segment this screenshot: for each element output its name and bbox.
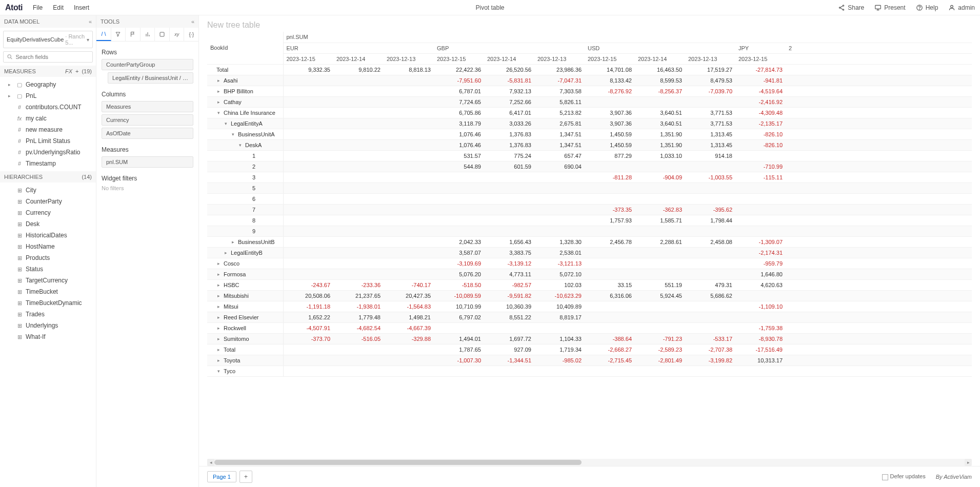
cell-value[interactable] xyxy=(384,150,434,161)
table-row[interactable]: ▸LegalEntityB3,587.073,383.752,538.01-2,… xyxy=(207,247,972,258)
cell-value[interactable] xyxy=(283,258,333,269)
table-row[interactable]: ▸Toyota-1,007.30-1,344.51-985.02-2,715.4… xyxy=(207,355,972,366)
cell-value[interactable]: 6,797.02 xyxy=(434,312,484,322)
cell-value[interactable] xyxy=(685,226,735,236)
cell-value[interactable]: -7,951.60 xyxy=(434,75,484,86)
cell-value[interactable]: -7,047.31 xyxy=(534,75,585,86)
cell-value[interactable]: 2,042.33 xyxy=(434,236,484,247)
cell-value[interactable]: 1,646.80 xyxy=(735,269,786,279)
tool-bars-icon[interactable] xyxy=(141,28,155,41)
cell-value[interactable]: 3,118.79 xyxy=(434,118,484,129)
table-row[interactable]: 7-373.35-362.83-395.62 xyxy=(207,204,972,215)
cell-value[interactable]: -2,707.38 xyxy=(685,344,735,355)
cell-value[interactable]: 2,288.61 xyxy=(635,236,685,247)
cell-value[interactable]: 6,787.01 xyxy=(434,86,484,96)
cell-value[interactable]: -516.05 xyxy=(333,333,384,344)
cell-value[interactable] xyxy=(585,366,635,376)
cell-value[interactable]: 102.03 xyxy=(534,279,585,290)
cell-value[interactable]: -17,516.49 xyxy=(735,344,786,355)
cell-value[interactable]: 1,347.51 xyxy=(534,129,585,139)
cell-value[interactable]: 1,719.34 xyxy=(534,344,585,355)
cell-value[interactable] xyxy=(735,226,786,236)
cell-value[interactable] xyxy=(384,204,434,215)
cell-value[interactable] xyxy=(685,301,735,312)
cell-value[interactable]: 20,508.06 xyxy=(283,290,333,301)
cell-value[interactable]: -941.81 xyxy=(735,75,786,86)
cell-value[interactable]: -2,135.17 xyxy=(735,118,786,129)
cell-value[interactable]: -4,507.91 xyxy=(283,322,333,333)
cell-value[interactable] xyxy=(333,269,384,279)
cell-value[interactable] xyxy=(635,366,685,376)
cell-value[interactable] xyxy=(283,107,333,118)
cell-value[interactable] xyxy=(333,193,384,204)
table-row[interactable]: ▾Tyco xyxy=(207,366,972,376)
cell-value[interactable]: 8,551.22 xyxy=(484,312,534,322)
cell-value[interactable]: -4,667.39 xyxy=(384,322,434,333)
cell-value[interactable]: 531.57 xyxy=(434,150,484,161)
cell-value[interactable] xyxy=(735,193,786,204)
caret-icon[interactable]: ▸ xyxy=(217,347,222,352)
cell-value[interactable]: 690.04 xyxy=(534,161,585,172)
cell-value[interactable] xyxy=(333,258,384,269)
cell-value[interactable] xyxy=(384,258,434,269)
cell-value[interactable]: 1,076.46 xyxy=(434,129,484,139)
cell-value[interactable] xyxy=(384,161,434,172)
cell-value[interactable]: 9,810.22 xyxy=(333,64,384,75)
scroll-thumb[interactable] xyxy=(214,460,582,465)
cell-value[interactable] xyxy=(384,344,434,355)
tool-flag-icon[interactable] xyxy=(126,28,141,41)
cell-value[interactable]: 927.09 xyxy=(484,344,534,355)
cell-value[interactable] xyxy=(735,182,786,193)
fx-button[interactable]: fx xyxy=(65,68,72,74)
cell-value[interactable] xyxy=(635,96,685,107)
cell-value[interactable]: 5,686.62 xyxy=(685,290,735,301)
caret-icon[interactable]: ▾ xyxy=(239,143,243,148)
cell-value[interactable] xyxy=(635,182,685,193)
cell-value[interactable] xyxy=(283,139,333,150)
cell-value[interactable] xyxy=(283,150,333,161)
cell-value[interactable]: -8,930.78 xyxy=(735,333,786,344)
cell-value[interactable] xyxy=(333,161,384,172)
cell-value[interactable] xyxy=(283,269,333,279)
caret-icon[interactable]: ▸ xyxy=(217,336,222,341)
caret-icon[interactable]: ▸ xyxy=(217,358,222,363)
cell-value[interactable]: 4,773.11 xyxy=(484,269,534,279)
cell-value[interactable]: -518.50 xyxy=(434,279,484,290)
cell-value[interactable]: 8,599.53 xyxy=(635,75,685,86)
hierarchy-item[interactable]: ⊞TargetCurrency xyxy=(0,275,96,286)
currency-header[interactable]: EUR xyxy=(283,43,434,53)
cell-value[interactable]: 8,819.17 xyxy=(534,312,585,322)
caret-icon[interactable]: ▾ xyxy=(225,121,229,126)
measures-chip-0[interactable]: pnl.SUM xyxy=(102,156,193,168)
table-row[interactable]: ▸Total1,787.65927.091,719.34-2,668.27-2,… xyxy=(207,344,972,355)
cell-value[interactable]: -115.11 xyxy=(735,172,786,182)
table-title[interactable]: New tree table xyxy=(199,15,980,32)
scroll-right-icon[interactable]: ▸ xyxy=(965,459,972,466)
cell-value[interactable]: -3,121.13 xyxy=(534,258,585,269)
cell-value[interactable]: -4,309.48 xyxy=(735,107,786,118)
cell-value[interactable]: -1,344.51 xyxy=(484,355,534,366)
cell-value[interactable] xyxy=(585,193,635,204)
currency-header[interactable]: USD xyxy=(585,43,735,53)
cell-value[interactable] xyxy=(585,301,635,312)
cell-value[interactable]: 3,771.53 xyxy=(685,107,735,118)
cell-value[interactable] xyxy=(333,247,384,258)
table-row[interactable]: 3-811.28-904.09-1,003.55-115.11 xyxy=(207,172,972,182)
cell-value[interactable]: 23,986.36 xyxy=(534,64,585,75)
cell-value[interactable] xyxy=(534,172,585,182)
horizontal-scrollbar[interactable]: ◂ ▸ xyxy=(207,459,972,466)
cell-value[interactable] xyxy=(333,204,384,215)
table-row[interactable]: ▾China Life Insurance6,705.866,417.015,2… xyxy=(207,107,972,118)
cell-value[interactable]: 2,675.81 xyxy=(534,118,585,129)
table-row[interactable]: ▾LegalEntityA3,118.793,033.262,675.813,9… xyxy=(207,118,972,129)
cell-value[interactable] xyxy=(384,247,434,258)
date-header[interactable]: 2023-12-15 xyxy=(585,53,635,64)
cell-value[interactable]: 7,932.13 xyxy=(484,86,534,96)
cell-value[interactable] xyxy=(384,226,434,236)
table-row[interactable]: ▸Sumitomo-373.70-516.05-329.881,494.011,… xyxy=(207,333,972,344)
measure-item[interactable]: #PnL Limit Status xyxy=(0,135,96,147)
search-field[interactable] xyxy=(15,54,89,60)
cell-value[interactable]: -373.70 xyxy=(283,333,333,344)
cell-value[interactable]: 8,133.42 xyxy=(585,75,635,86)
cell-value[interactable] xyxy=(635,269,685,279)
